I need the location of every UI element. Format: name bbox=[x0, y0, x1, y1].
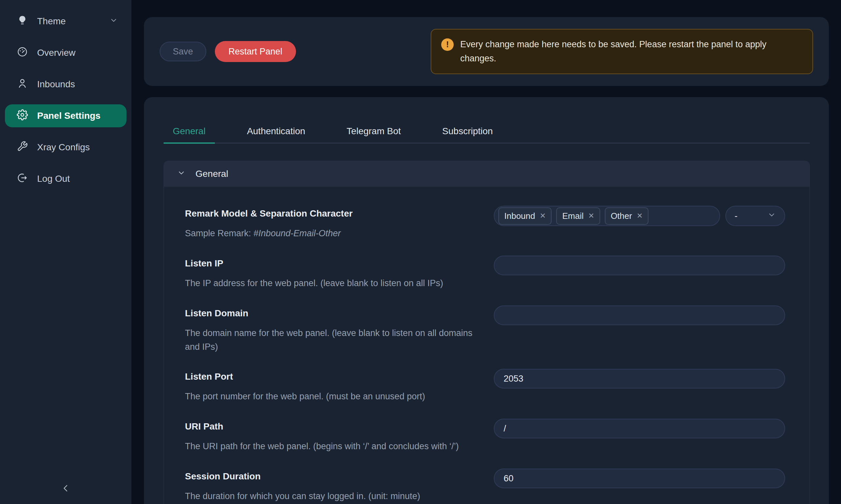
warning-icon: ! bbox=[441, 38, 454, 51]
sidebar-item-label: Theme bbox=[37, 16, 66, 26]
session-duration-input[interactable] bbox=[494, 469, 785, 488]
remove-tag-icon[interactable]: ✕ bbox=[637, 212, 642, 219]
field-label: Listen Port bbox=[185, 372, 494, 382]
field-label: Listen IP bbox=[185, 258, 494, 269]
settings-tabs: General Authentication Telegram Bot Subs… bbox=[164, 126, 810, 143]
sidebar-item-inbounds[interactable]: Inbounds bbox=[5, 73, 126, 96]
tag-label: Email bbox=[562, 211, 583, 221]
general-form: Remark Model & Separation Character Samp… bbox=[164, 187, 809, 504]
remark-tags-input[interactable]: Inbound ✕ Email ✕ Other ✕ bbox=[494, 206, 720, 226]
sidebar: Theme Overview Inbounds Panel Settings X… bbox=[0, 0, 132, 504]
sidebar-item-panel-settings[interactable]: Panel Settings bbox=[5, 104, 126, 127]
field-listen-port: Listen Port The port number for the web … bbox=[185, 369, 785, 403]
field-description: The IP address for the web panel. (leave… bbox=[185, 276, 494, 290]
uri-path-input[interactable] bbox=[494, 419, 785, 438]
restart-panel-button[interactable]: Restart Panel bbox=[215, 41, 296, 62]
sample-remark-value: #Inbound-Email-Other bbox=[254, 228, 341, 238]
chevron-down-icon bbox=[109, 16, 118, 27]
tab-authentication[interactable]: Authentication bbox=[238, 126, 314, 143]
chevron-left-icon bbox=[60, 483, 71, 495]
logout-icon bbox=[17, 172, 28, 186]
field-description: Sample Remark: #Inbound-Email-Other bbox=[185, 227, 494, 240]
remove-tag-icon[interactable]: ✕ bbox=[540, 212, 546, 219]
sidebar-item-label: Overview bbox=[37, 48, 75, 58]
tag-inbound: Inbound ✕ bbox=[498, 208, 552, 225]
chevron-down-icon bbox=[177, 169, 186, 179]
bulb-icon bbox=[17, 15, 28, 28]
sidebar-item-overview[interactable]: Overview bbox=[5, 41, 126, 64]
field-remark-model: Remark Model & Separation Character Samp… bbox=[185, 206, 785, 240]
wrench-icon bbox=[17, 141, 28, 154]
gauge-icon bbox=[17, 46, 28, 60]
field-listen-domain: Listen Domain The domain name for the we… bbox=[185, 305, 785, 354]
sample-remark-prefix: Sample Remark: bbox=[185, 228, 254, 238]
sidebar-item-label: Xray Configs bbox=[37, 142, 90, 152]
listen-port-input[interactable] bbox=[494, 369, 785, 389]
main-content: Save Restart Panel ! Every change made h… bbox=[132, 0, 841, 504]
sidebar-item-label: Panel Settings bbox=[37, 111, 101, 121]
listen-domain-input[interactable] bbox=[494, 305, 785, 325]
field-description: The port number for the web panel. (must… bbox=[185, 390, 494, 403]
listen-ip-input[interactable] bbox=[494, 256, 785, 275]
user-icon bbox=[17, 78, 28, 91]
actions-card: Save Restart Panel ! Every change made h… bbox=[144, 17, 829, 86]
field-label: Listen Domain bbox=[185, 308, 494, 319]
field-label: Remark Model & Separation Character bbox=[185, 209, 494, 219]
field-description: The URI path for the web panel. (begins … bbox=[185, 440, 494, 453]
field-session-duration: Session Duration The duration for which … bbox=[185, 469, 785, 503]
restart-warning-alert: ! Every change made here needs to be sav… bbox=[431, 29, 813, 74]
sidebar-collapse-button[interactable] bbox=[56, 480, 75, 498]
field-label: URI Path bbox=[185, 421, 494, 432]
sidebar-item-xray-configs[interactable]: Xray Configs bbox=[5, 136, 126, 159]
sidebar-item-label: Inbounds bbox=[37, 79, 75, 90]
separator-select[interactable]: - bbox=[725, 206, 785, 226]
tag-other: Other ✕ bbox=[605, 208, 649, 225]
save-button[interactable]: Save bbox=[160, 42, 206, 61]
tag-email: Email ✕ bbox=[556, 208, 600, 225]
tab-telegram-bot[interactable]: Telegram Bot bbox=[337, 126, 410, 143]
field-description: The domain name for the web panel. (leav… bbox=[185, 326, 481, 354]
tab-subscription[interactable]: Subscription bbox=[433, 126, 502, 143]
gear-icon bbox=[17, 109, 28, 123]
section-title: General bbox=[195, 169, 228, 179]
tab-general[interactable]: General bbox=[164, 126, 215, 144]
tag-label: Other bbox=[611, 211, 632, 221]
general-collapse-header[interactable]: General bbox=[164, 161, 809, 187]
sidebar-item-log-out[interactable]: Log Out bbox=[5, 167, 126, 190]
field-uri-path: URI Path The URI path for the web panel.… bbox=[185, 419, 785, 453]
alert-message: Every change made here needs to be saved… bbox=[460, 37, 803, 66]
separator-value: - bbox=[735, 211, 738, 221]
settings-card: General Authentication Telegram Bot Subs… bbox=[144, 97, 829, 504]
field-description: The duration for which you can stay logg… bbox=[185, 489, 494, 503]
chevron-down-icon bbox=[768, 211, 776, 221]
field-label: Session Duration bbox=[185, 471, 494, 482]
field-listen-ip: Listen IP The IP address for the web pan… bbox=[185, 256, 785, 290]
general-collapse: General Remark Model & Separation Charac… bbox=[164, 161, 810, 504]
sidebar-item-theme[interactable]: Theme bbox=[5, 10, 126, 33]
tag-label: Inbound bbox=[504, 211, 535, 221]
remove-tag-icon[interactable]: ✕ bbox=[588, 212, 594, 219]
sidebar-item-label: Log Out bbox=[37, 174, 70, 184]
